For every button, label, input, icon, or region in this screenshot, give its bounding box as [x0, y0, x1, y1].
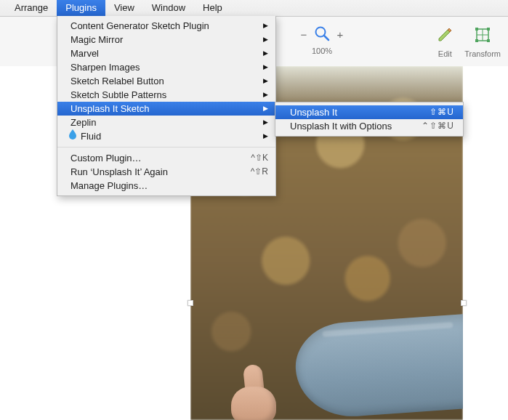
zoom-control: − + 100% — [299, 25, 344, 55]
selection-handle-left[interactable] — [188, 300, 193, 306]
svg-rect-3 — [475, 28, 478, 31]
menu-arrange[interactable]: Arrange — [6, 0, 57, 16]
zoom-in-button[interactable]: + — [336, 30, 344, 40]
plugin-custom-plugin[interactable]: Custom Plugin… ^⇧K — [57, 151, 275, 165]
droplet-icon — [68, 129, 78, 143]
zoom-level-label: 100% — [312, 47, 332, 55]
svg-rect-6 — [487, 39, 490, 42]
svg-rect-5 — [475, 39, 478, 42]
shortcut-label: ⇧⌘U — [430, 105, 454, 119]
plugin-content-generator[interactable]: Content Generator Sketch Plugin — [57, 19, 275, 33]
svg-rect-4 — [487, 28, 490, 31]
plugins-menu: Content Generator Sketch Plugin Magic Mi… — [57, 16, 276, 196]
menu-separator — [57, 147, 275, 148]
plugin-run-again[interactable]: Run ‘Unsplash It’ Again ^⇧R — [57, 165, 275, 179]
transform-tool[interactable]: Transform — [464, 25, 501, 58]
plugin-sharpen-images[interactable]: Sharpen Images — [57, 60, 275, 74]
menu-plugins[interactable]: Plugins — [57, 0, 105, 16]
plugin-fluid[interactable]: Fluid — [57, 129, 275, 143]
menu-window[interactable]: Window — [143, 0, 194, 16]
menu-help[interactable]: Help — [194, 0, 231, 16]
submenu-unsplash-it[interactable]: Unsplash It ⇧⌘U — [275, 105, 463, 119]
plugin-magic-mirror[interactable]: Magic Mirror — [57, 33, 275, 47]
menu-view[interactable]: View — [105, 0, 143, 16]
magnifier-icon[interactable] — [314, 25, 330, 44]
svg-line-1 — [324, 36, 328, 40]
menubar: Arrange Plugins View Window Help — [0, 0, 508, 17]
plugin-sketch-relabel[interactable]: Sketch Relabel Button — [57, 74, 275, 88]
transform-icon — [473, 25, 492, 47]
edit-tool-label: Edit — [438, 49, 452, 58]
plugin-unsplash-it-sketch[interactable]: Unsplash It Sketch — [57, 102, 275, 116]
plugin-manage[interactable]: Manage Plugins… — [57, 179, 275, 193]
plugin-zeplin[interactable]: Zeplin — [57, 116, 275, 129]
unsplash-submenu: Unsplash It ⇧⌘U Unsplash It with Options… — [275, 102, 464, 137]
edit-tool[interactable]: Edit — [435, 25, 454, 58]
plugin-marvel[interactable]: Marvel — [57, 47, 275, 60]
pencil-icon — [435, 25, 454, 47]
plugin-sketch-subtle-patterns[interactable]: Sketch Subtle Patterns — [57, 88, 275, 102]
shortcut-label: ^⇧R — [251, 165, 268, 179]
transform-tool-label: Transform — [464, 49, 501, 58]
selection-handle-right[interactable] — [461, 300, 467, 306]
submenu-unsplash-it-options[interactable]: Unsplash It with Options ⌃⇧⌘U — [275, 119, 463, 133]
shortcut-label: ^⇧K — [251, 151, 268, 165]
shortcut-label: ⌃⇧⌘U — [422, 119, 454, 133]
zoom-out-button[interactable]: − — [299, 30, 308, 40]
